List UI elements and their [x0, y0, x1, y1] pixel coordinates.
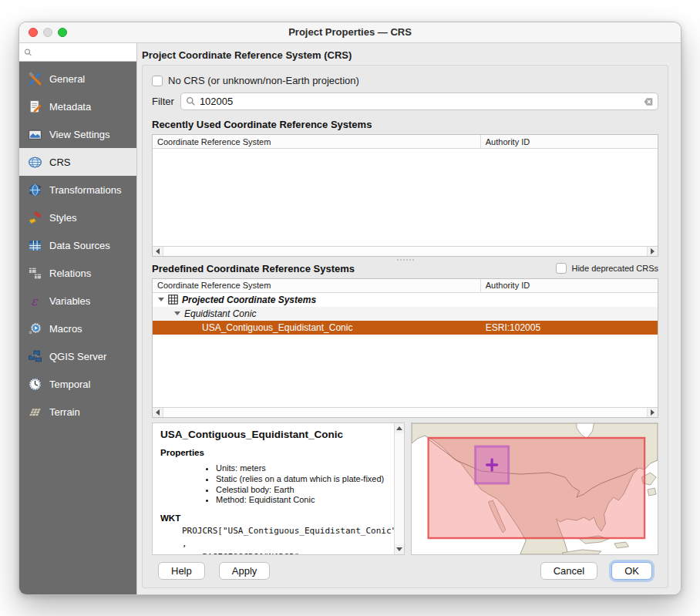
sidebar-item-label: Data Sources: [49, 240, 110, 251]
recent-col-crs[interactable]: Coordinate Reference System: [153, 135, 481, 148]
crs-filter-field[interactable]: 102005: [180, 93, 658, 110]
sidebar-item-terrain[interactable]: Terrain: [19, 398, 136, 426]
tree-row-projected[interactable]: Projected Coordinate Systems: [153, 293, 658, 307]
crs-detail-panel: USA_Contiguous_Equidistant_Conic Propert…: [152, 422, 658, 555]
sidebar-search-input[interactable]: [35, 47, 132, 58]
predefined-hscroll-track[interactable]: [163, 408, 648, 417]
sidebar-item-data-sources[interactable]: Data Sources: [19, 231, 136, 259]
disclosure-triangle-icon[interactable]: [174, 311, 180, 315]
clock-icon: [27, 376, 42, 392]
hide-deprecated-row: Hide deprecated CRSs: [556, 263, 658, 274]
wkt-label: WKT: [160, 513, 391, 523]
scroll-left-icon[interactable]: [153, 247, 163, 256]
window-title: Project Properties — CRS: [19, 26, 681, 38]
sidebar-item-view-settings[interactable]: View Settings: [19, 120, 136, 148]
crs-filter-value[interactable]: 102005: [200, 96, 637, 107]
sidebar-items: General Metadata View Settings CRS Trans: [19, 62, 136, 594]
scroll-up-icon[interactable]: [395, 423, 404, 433]
splitter-handle[interactable]: [152, 257, 658, 263]
crs-detail-title: USA_Contiguous_Equidistant_Conic: [160, 429, 391, 440]
sidebar-item-label: Styles: [49, 212, 76, 224]
info-vscrollbar[interactable]: [394, 423, 404, 554]
sidebar-item-label: Variables: [49, 295, 90, 307]
tree-row-usa-contiguous-equidistant-conic[interactable]: USA_Contiguous_Equidistant_Conic ESRI:10…: [153, 321, 658, 335]
sidebar-item-label: Terrain: [49, 406, 80, 418]
crs-properties-list: Units: meters Static (relies on a datum …: [216, 463, 391, 506]
ok-button[interactable]: OK: [611, 562, 652, 580]
scroll-down-icon[interactable]: [395, 544, 404, 554]
filter-label: Filter: [152, 96, 174, 107]
table-icon: [27, 237, 42, 253]
extent-map-svg: [412, 423, 658, 554]
crs-info-box: USA_Contiguous_Equidistant_Conic Propert…: [152, 422, 405, 555]
help-button[interactable]: Help: [158, 562, 205, 580]
info-vscroll-track[interactable]: [395, 433, 404, 544]
sidebar-search-field[interactable]: [19, 43, 136, 62]
recent-hscroll-track[interactable]: [163, 247, 648, 256]
crs-groupbox: No CRS (or unknown/non-Earth projection)…: [142, 65, 668, 588]
predefined-hscrollbar[interactable]: [153, 407, 658, 417]
sidebar-item-crs[interactable]: CRS: [19, 148, 136, 176]
predefined-col-crs[interactable]: Coordinate Reference System: [153, 279, 481, 292]
scroll-right-icon[interactable]: [648, 408, 658, 417]
sidebar-item-variables[interactable]: ε Variables: [19, 287, 136, 315]
metadata-icon: [27, 99, 42, 114]
title-bar[interactable]: Project Properties — CRS: [19, 22, 681, 43]
no-crs-row: No CRS (or unknown/non-Earth projection): [152, 75, 658, 86]
recent-hscrollbar[interactable]: [153, 246, 658, 256]
sidebar-item-qgis-server[interactable]: QGIS Server: [19, 342, 136, 370]
sidebar-item-relations[interactable]: Relations: [19, 259, 136, 287]
sidebar-item-label: CRS: [49, 157, 70, 168]
sidebar-item-general[interactable]: General: [19, 65, 136, 93]
predefined-crs-table[interactable]: Coordinate Reference System Authority ID…: [152, 278, 658, 418]
page-title: Project Coordinate Reference System (CRS…: [142, 48, 668, 65]
recent-col-authority[interactable]: Authority ID: [481, 135, 658, 148]
tree-row-label: Projected Coordinate Systems: [182, 295, 316, 305]
apply-button[interactable]: Apply: [219, 562, 271, 580]
predefined-header-row: Predefined Coordinate Reference Systems …: [152, 263, 658, 274]
svg-text:ε: ε: [31, 294, 39, 308]
predefined-crs-header[interactable]: Coordinate Reference System Authority ID: [153, 279, 658, 293]
sidebar-item-label: Relations: [49, 268, 91, 279]
filter-row: Filter 102005: [152, 93, 658, 110]
recent-crs-title: Recently Used Coordinate Reference Syste…: [152, 119, 658, 130]
search-icon: [24, 48, 32, 57]
crs-extent-rect: [429, 438, 645, 538]
globe-crs-icon: [27, 154, 42, 170]
tools-icon: [27, 71, 42, 86]
wkt-text: PROJCRS["USA_Contiguous_Equidistant_Coni…: [160, 524, 391, 554]
sidebar-item-temporal[interactable]: Temporal: [19, 370, 136, 398]
terrain-icon: [27, 404, 42, 419]
sidebar-item-label: Macros: [49, 323, 82, 335]
no-crs-checkbox[interactable]: [152, 76, 163, 86]
sidebar-item-metadata[interactable]: Metadata: [19, 93, 136, 120]
tree-row-equidistant-conic[interactable]: Equidistant Conic: [153, 307, 658, 321]
sidebar-item-label: View Settings: [49, 129, 110, 140]
crs-property: Method: Equidistant Conic: [216, 495, 391, 506]
sidebar-item-transformations[interactable]: Transformations: [19, 176, 136, 204]
hide-deprecated-checkbox[interactable]: [556, 263, 567, 274]
hide-deprecated-label: Hide deprecated CRSs: [571, 264, 658, 273]
clear-filter-icon[interactable]: [641, 97, 653, 106]
recent-crs-table[interactable]: Coordinate Reference System Authority ID: [152, 134, 658, 257]
predefined-col-authority[interactable]: Authority ID: [481, 279, 658, 292]
scroll-right-icon[interactable]: [648, 247, 658, 256]
predefined-crs-body: Projected Coordinate Systems Equidistant…: [153, 293, 658, 407]
sidebar-item-macros[interactable]: Macros: [19, 315, 136, 342]
sidebar-item-label: Transformations: [49, 184, 121, 196]
epsilon-icon: ε: [27, 293, 42, 308]
disclosure-triangle-icon[interactable]: [158, 298, 164, 301]
crs-property: Static (relies on a datum which is plate…: [216, 474, 391, 485]
scroll-left-icon[interactable]: [153, 408, 163, 417]
tree-row-label: USA_Contiguous_Equidistant_Conic: [202, 322, 352, 333]
cancel-button[interactable]: Cancel: [540, 562, 597, 580]
crs-extent-map: [411, 422, 658, 555]
recent-crs-header[interactable]: Coordinate Reference System Authority ID: [153, 135, 658, 149]
crs-settings-page: Project Coordinate Reference System (CRS…: [137, 43, 681, 594]
server-icon: [27, 348, 42, 364]
transform-globe-icon: [27, 182, 42, 197]
sidebar-item-styles[interactable]: Styles: [19, 204, 136, 231]
recent-crs-body: [153, 149, 658, 246]
crs-property: Units: meters: [216, 463, 391, 474]
paintbrush-icon: [27, 210, 42, 225]
